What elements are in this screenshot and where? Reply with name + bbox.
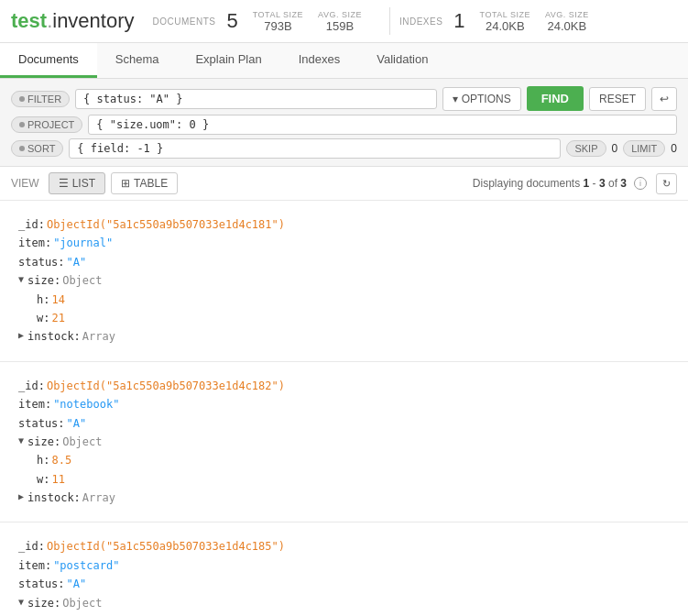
filter-badge-label: FILTER: [27, 94, 61, 104]
field-id-1: _id: ObjectId("5a1c550a9b507033e1d4c182"…: [18, 377, 670, 395]
indexes-total-size: TOTAL SIZE 24.0KB: [480, 10, 530, 33]
instock-type-0: Array: [82, 327, 115, 346]
indexes-total-size-value: 24.0KB: [486, 19, 525, 33]
header-divider: [389, 7, 390, 35]
limit-value[interactable]: 0: [671, 142, 677, 155]
indexes-stats: INDEXES 1 TOTAL SIZE 24.0KB AVG. SIZE 24…: [399, 9, 589, 33]
sort-badge-label: SORT: [27, 143, 55, 154]
tab-schema[interactable]: Schema: [97, 43, 178, 78]
refresh-history-button[interactable]: ↩: [651, 87, 677, 111]
instock-type-1: Array: [82, 489, 115, 507]
table-row: _id: ObjectId("5a1c550a9b507033e1d4c182"…: [0, 362, 688, 523]
size-nested-1: h: 8.5 w: 11: [18, 451, 670, 489]
list-view-button[interactable]: ☰ LIST: [49, 172, 105, 194]
instock-toggle-1[interactable]: ▶: [18, 489, 24, 504]
filter-input[interactable]: { status: "A" }: [75, 89, 437, 109]
item-value-0: "journal": [53, 234, 113, 252]
project-input[interactable]: { "size.uom": 0 }: [88, 115, 677, 135]
size-toggle-0[interactable]: ▼: [18, 271, 24, 287]
field-item-1: item: "notebook": [18, 395, 670, 413]
documents-total-size-value: 793B: [264, 19, 291, 33]
logo-test: test: [11, 9, 47, 32]
tab-indexes[interactable]: Indexes: [280, 43, 359, 78]
indexes-total-size-label: TOTAL SIZE: [480, 10, 530, 19]
documents-total-size-label: TOTAL SIZE: [253, 10, 303, 19]
size-toggle-1[interactable]: ▼: [18, 433, 24, 448]
field-size-w-0: w: 21: [37, 309, 670, 327]
options-button[interactable]: ▾ OPTIONS: [442, 87, 520, 111]
size-w-value-0: 21: [51, 309, 64, 327]
field-size-h-2: h: 10: [37, 612, 670, 616]
sort-row: SORT { field: -1 } SKIP 0 LIMIT 0: [11, 138, 677, 159]
table-view-label: TABLE: [134, 177, 168, 190]
field-status-2: status: "A": [18, 575, 670, 593]
documents-total-size: TOTAL SIZE 793B: [253, 10, 303, 33]
field-id-2: _id: ObjectId("5a1c550a9b507033e1d4c185"…: [18, 537, 670, 556]
table-row: _id: ObjectId("5a1c550a9b507033e1d4c181"…: [0, 201, 688, 362]
objectid-1: ObjectId("5a1c550a9b507033e1d4c182"): [47, 377, 285, 395]
documents-container: _id: ObjectId("5a1c550a9b507033e1d4c181"…: [0, 201, 688, 616]
view-label: VIEW: [11, 177, 39, 190]
field-size-h-1: h: 8.5: [37, 451, 670, 469]
display-info-icon[interactable]: i: [634, 177, 647, 190]
field-instock-1: ▶ instock: Array: [18, 489, 670, 507]
table-icon: ⊞: [121, 177, 130, 190]
skip-badge: SKIP: [566, 140, 606, 157]
size-h-value-2: 10: [51, 612, 64, 616]
field-item-0: item: "journal": [18, 234, 670, 252]
documents-avg-size-value: 159B: [326, 19, 354, 33]
item-value-2: "postcard": [53, 556, 119, 575]
refresh-button[interactable]: ↻: [656, 173, 677, 194]
list-view-label: LIST: [72, 177, 95, 190]
table-row: _id: ObjectId("5a1c550a9b507033e1d4c185"…: [0, 522, 688, 616]
size-nested-0: h: 14 w: 21: [18, 291, 670, 328]
field-size-2: ▼ size: Object: [18, 594, 670, 612]
filter-actions: ▾ OPTIONS FIND RESET ↩: [442, 86, 677, 111]
project-row: PROJECT { "size.uom": 0 }: [11, 115, 677, 135]
status-value-1: "A": [67, 414, 87, 433]
documents-avg-size-label: AVG. SIZE: [318, 10, 362, 19]
project-badge[interactable]: PROJECT: [11, 116, 82, 133]
status-value-0: "A": [67, 253, 87, 271]
documents-label: DOCUMENTS: [153, 16, 216, 27]
display-text: Displaying documents: [473, 177, 580, 190]
find-button[interactable]: FIND: [527, 86, 584, 111]
size-h-value-1: 8.5: [51, 451, 71, 469]
field-size-1: ▼ size: Object: [18, 433, 670, 451]
view-bar: VIEW ☰ LIST ⊞ TABLE Displaying documents…: [0, 167, 688, 201]
skip-limit-controls: SKIP 0 LIMIT 0: [566, 140, 677, 157]
indexes-avg-size-label: AVG. SIZE: [545, 10, 589, 19]
status-value-2: "A": [67, 575, 87, 593]
field-size-0: ▼ size: Object: [18, 271, 670, 290]
table-view-button[interactable]: ⊞ TABLE: [111, 172, 178, 194]
display-start: 1: [584, 177, 590, 190]
documents-stats: DOCUMENTS 5 TOTAL SIZE 793B AVG. SIZE 15…: [153, 9, 362, 33]
instock-toggle-0[interactable]: ▶: [18, 327, 24, 343]
tab-explain-plan[interactable]: Explain Plan: [177, 43, 279, 78]
project-dot: [19, 122, 25, 127]
field-status-0: status: "A": [18, 253, 670, 271]
header: test.inventory DOCUMENTS 5 TOTAL SIZE 79…: [0, 0, 688, 43]
size-nested-2: h: 10 w: 15.25: [18, 612, 670, 616]
field-status-1: status: "A": [18, 414, 670, 433]
documents-count: 5: [226, 9, 237, 33]
field-id-0: _id: ObjectId("5a1c550a9b507033e1d4c181"…: [18, 215, 670, 234]
objectid-0: ObjectId("5a1c550a9b507033e1d4c181"): [47, 215, 285, 234]
reset-button[interactable]: RESET: [589, 87, 646, 111]
tab-documents[interactable]: Documents: [0, 43, 97, 78]
size-toggle-2[interactable]: ▼: [18, 594, 24, 610]
tabs: Documents Schema Explain Plan Indexes Va…: [0, 43, 688, 79]
filter-badge[interactable]: FILTER: [11, 91, 70, 107]
project-badge-label: PROJECT: [27, 119, 74, 130]
indexes-count: 1: [453, 9, 464, 33]
display-info-area: Displaying documents 1 - 3 of 3 i ↻: [178, 173, 677, 194]
size-h-value-0: 14: [51, 291, 64, 309]
filter-bar: FILTER { status: "A" } ▾ OPTIONS FIND RE…: [0, 79, 688, 167]
indexes-avg-size-value: 24.0KB: [548, 19, 587, 33]
skip-value[interactable]: 0: [612, 142, 618, 155]
field-size-w-1: w: 11: [37, 470, 670, 489]
tab-validation[interactable]: Validation: [358, 43, 446, 78]
item-value-1: "notebook": [53, 395, 119, 413]
sort-input[interactable]: { field: -1 }: [69, 138, 561, 159]
sort-badge[interactable]: SORT: [11, 140, 63, 157]
